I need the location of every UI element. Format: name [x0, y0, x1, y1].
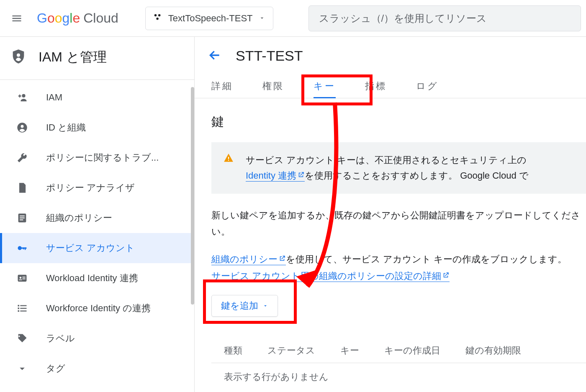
chevron-down-icon	[15, 363, 29, 374]
sidebar-item-identity[interactable]: ID と組織	[0, 113, 194, 143]
org-policy-link[interactable]: 組織のポリシー	[211, 254, 286, 265]
tab-bar: 詳細 権限 キー 指標 ログ	[195, 74, 586, 98]
svg-rect-12	[25, 247, 26, 250]
keys-table-header: 種類 ステータス キー キーの作成日 鍵の有効期限	[211, 336, 586, 363]
svg-rect-24	[20, 310, 26, 311]
hamburger-icon	[11, 13, 23, 24]
back-button[interactable]	[208, 49, 221, 64]
svg-rect-14	[18, 275, 27, 282]
tab-permissions[interactable]: 権限	[262, 74, 284, 98]
sidebar-item-workforce-identity[interactable]: Workforce Identity の連携	[0, 293, 194, 323]
col-key: キー	[340, 344, 359, 357]
tab-details[interactable]: 詳細	[211, 74, 233, 98]
sidebar-item-label: 組織のポリシー	[46, 212, 112, 224]
sidebar-list: IAM ID と組織 ポリシーに関するトラブ... ポリシー アナライザ 組織の…	[0, 80, 194, 384]
key-icon	[15, 242, 29, 254]
col-created: キーの作成日	[384, 344, 440, 357]
add-key-label: 鍵を追加	[221, 300, 258, 312]
svg-rect-11	[21, 247, 27, 249]
svg-point-10	[18, 246, 22, 250]
org-policy-details-link[interactable]: サービス アカウント用の組織のポリシーの設定の詳細	[211, 271, 450, 282]
policy-paragraph: 組織のポリシーを使用して、サービス アカウント キーの作成をブロックします。 サ…	[211, 251, 586, 284]
sidebar-item-org-policy[interactable]: 組織のポリシー	[0, 203, 194, 233]
col-type: 種類	[224, 344, 242, 357]
table-empty-text: 表示する行がありません	[211, 363, 586, 383]
sidebar-item-label: IAM	[46, 92, 62, 103]
caret-down-icon	[262, 303, 268, 309]
svg-point-3	[17, 54, 20, 57]
tab-logs[interactable]: ログ	[416, 74, 439, 98]
sidebar-item-policy-analyzer[interactable]: ポリシー アナライザ	[0, 173, 194, 203]
search-placeholder: スラッシュ（/）を使用してリソース	[319, 12, 487, 25]
tag-icon	[15, 333, 29, 344]
sidebar-item-iam[interactable]: IAM	[0, 82, 194, 113]
svg-rect-25	[228, 157, 229, 159]
sidebar-item-label: サービス アカウント	[46, 242, 135, 254]
svg-rect-22	[20, 308, 26, 309]
svg-rect-7	[20, 215, 25, 216]
svg-rect-18	[19, 279, 22, 280]
sidebar-item-labels[interactable]: ラベル	[0, 323, 194, 354]
sidebar-item-label: ID と組織	[46, 121, 86, 134]
svg-rect-16	[23, 277, 26, 278]
project-name-label: TextToSpeech-TEST	[168, 13, 253, 24]
list-icon	[15, 302, 29, 314]
shield-icon	[10, 47, 27, 68]
svg-point-15	[20, 277, 22, 279]
menu-button[interactable]	[7, 8, 27, 28]
svg-rect-9	[20, 220, 23, 220]
svg-point-0	[154, 14, 157, 16]
sidebar-item-label: Workforce Identity の連携	[46, 302, 151, 315]
sidebar-item-service-account[interactable]: サービス アカウント	[0, 233, 194, 263]
search-input[interactable]: スラッシュ（/）を使用してリソース	[308, 5, 581, 31]
person-circle-icon	[15, 122, 29, 133]
svg-rect-8	[20, 218, 25, 218]
logo-google-text: Google	[37, 10, 80, 26]
warning-icon	[223, 152, 234, 168]
external-link-icon	[297, 168, 305, 175]
svg-rect-21	[18, 307, 20, 309]
sidebar-item-policy-troubleshoot[interactable]: ポリシーに関するトラブ...	[0, 143, 194, 173]
svg-rect-23	[18, 310, 20, 312]
warning-text-2: を使用することをおすすめします。 Google Cloud で	[305, 170, 529, 181]
col-status: ステータス	[267, 344, 315, 357]
sidebar-item-tags[interactable]: タグ	[0, 354, 194, 384]
svg-point-1	[158, 14, 161, 16]
doc-search-icon	[15, 182, 29, 194]
main-content: STT-TEST 詳細 権限 キー 指標 ログ 鍵 サービス アカウント キーは…	[195, 37, 586, 392]
svg-rect-20	[20, 305, 26, 306]
tab-metrics[interactable]: 指標	[365, 74, 387, 98]
scrollbar[interactable]	[191, 87, 194, 305]
logo-cloud-text: Cloud	[83, 10, 118, 26]
sidebar-item-workload-identity[interactable]: Workload Identity 連携	[0, 263, 194, 293]
svg-point-5	[21, 125, 24, 128]
col-expiry: 鍵の有効期限	[465, 344, 521, 357]
svg-rect-13	[23, 247, 24, 249]
body-paragraph: 新しい鍵ペアを追加するか、既存の鍵ペアから公開鍵証明書をアップロードしてください…	[211, 207, 586, 240]
section-heading: 鍵	[211, 113, 586, 131]
sidebar-item-label: タグ	[46, 362, 65, 375]
warning-banner: サービス アカウント キーは、不正使用されるとセキュリティ上の Identity…	[211, 142, 586, 194]
sidebar-item-label: ポリシーに関するトラブ...	[46, 151, 159, 164]
project-picker[interactable]: TextToSpeech-TEST	[145, 7, 273, 30]
svg-rect-17	[23, 279, 26, 279]
sidebar-item-label: ラベル	[46, 332, 75, 345]
svg-rect-19	[18, 305, 20, 307]
sidebar-title: IAM と管理	[39, 48, 107, 67]
id-card-icon	[15, 272, 29, 284]
project-icon	[153, 13, 162, 24]
sidebar: IAM と管理 IAM ID と組織 ポリシーに関するトラブ... ポリシー ア…	[0, 37, 195, 392]
person-plus-icon	[15, 92, 29, 103]
add-key-button[interactable]: 鍵を追加	[211, 295, 278, 317]
sidebar-item-label: ポリシー アナライザ	[46, 182, 135, 194]
svg-rect-26	[228, 160, 229, 161]
svg-point-2	[156, 17, 159, 19]
page-title: STT-TEST	[236, 48, 303, 64]
external-link-icon	[278, 251, 286, 259]
identity-federation-link[interactable]: Identity 連携	[246, 170, 305, 182]
sidebar-item-label: Workload Identity 連携	[46, 272, 138, 284]
external-link-icon	[442, 268, 450, 275]
google-cloud-logo[interactable]: Google Cloud	[37, 10, 118, 26]
warning-text-1: サービス アカウント キーは、不正使用されるとセキュリティ上の	[246, 155, 527, 165]
tab-keys[interactable]: キー	[314, 74, 336, 98]
